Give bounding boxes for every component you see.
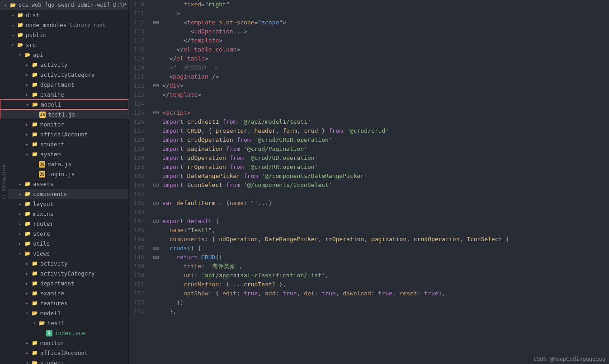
views-folder-icon (24, 250, 32, 257)
indexvue-icon: V (45, 329, 53, 337)
department-arrow (24, 82, 31, 87)
file-explorer[interactable]: scs_web [go-sword-admin-web] D:\P dist n… (0, 0, 129, 364)
tree-item-mixins[interactable]: mixins (0, 209, 128, 219)
code-line-134: 134 (129, 190, 609, 199)
tree-item-test1js[interactable]: JS test1.js (0, 109, 128, 119)
tree-item-store[interactable]: store (0, 229, 128, 238)
tree-item-officalaccount[interactable]: officalAccount (0, 129, 128, 139)
root-label: scs_web [go-sword-admin-web] D:\P (19, 2, 126, 8)
tree-item-public[interactable]: public (0, 30, 128, 40)
code-line-130: 130 import udOperation from '@crud/UD.op… (129, 154, 609, 163)
department-label: department (40, 81, 74, 88)
tree-item-monitor[interactable]: monitor (0, 119, 128, 129)
tree-item-utils[interactable]: utils (0, 238, 128, 248)
utils-folder-icon (24, 240, 32, 247)
activity-api-arrow (24, 62, 31, 67)
public-label: public (26, 32, 46, 38)
tree-item-examine-views[interactable]: examine (0, 288, 128, 298)
src-label: src (26, 42, 36, 48)
code-line-154: 154 }, (129, 307, 609, 316)
code-line-129: 129 import pagination from '@crud/Pagina… (129, 145, 609, 154)
department-views-label: department (40, 280, 74, 287)
officalaccount-folder-icon (31, 131, 39, 137)
model1-views-label: model1 (40, 310, 61, 317)
examine-views-folder-icon (31, 290, 39, 296)
code-editor[interactable]: 110 fixed="right" 111 > 112 ⊟ <template … (129, 0, 609, 364)
tree-item-views[interactable]: views (0, 248, 128, 258)
student-views-arrow (24, 360, 31, 364)
components-label: components (33, 191, 67, 197)
tree-item-node-modules[interactable]: node_modules library root (0, 20, 128, 30)
code-line-123: 123 </template> (129, 90, 609, 99)
tree-item-features[interactable]: features (0, 298, 128, 308)
router-folder-icon (24, 220, 32, 227)
layout-folder-icon (24, 201, 32, 207)
code-line-113: 113 <udOperation...> (129, 27, 609, 36)
tree-item-src[interactable]: src (0, 40, 128, 50)
tree-item-activity-api[interactable]: activity (0, 60, 128, 70)
utils-label: utils (33, 240, 50, 247)
student-arrow (24, 142, 31, 147)
code-line-152: 152 optShow: { edit: true, add: true, de… (129, 289, 609, 298)
code-line-119: 119 </el-table> (129, 54, 609, 63)
tree-item-student[interactable]: student (0, 139, 128, 149)
tree-item-model1[interactable]: model1 (0, 99, 128, 109)
mixins-label: mixins (33, 210, 53, 217)
assets-arrow (16, 182, 24, 187)
student-views-label: student (40, 359, 64, 364)
tree-item-router[interactable]: router (0, 219, 128, 229)
tree-item-department[interactable]: department (0, 79, 128, 89)
system-label: system (40, 151, 61, 158)
editor-content[interactable]: 110 fixed="right" 111 > 112 ⊟ <template … (129, 0, 609, 364)
node-modules-arrow (9, 23, 16, 28)
code-line-148: 148 ⊟ return CRUD({ (129, 253, 609, 262)
examine-folder-icon (31, 91, 39, 98)
officalaccount-arrow (24, 132, 31, 137)
src-arrow (9, 42, 16, 47)
code-line-124: 124 (129, 99, 609, 108)
officalaccount-views-label: officalAccount (40, 350, 88, 356)
tree-root[interactable]: scs_web [go-sword-admin-web] D:\P (0, 0, 128, 10)
mixins-arrow (16, 211, 24, 216)
tree-item-api[interactable]: api (0, 50, 128, 60)
tree-item-model1-views[interactable]: model1 (0, 308, 128, 318)
monitor-views-arrow (24, 341, 31, 345)
loginjs-label: login.js (47, 171, 75, 177)
code-line-144: 144 ⊟ export default { (129, 217, 609, 226)
datajs-icon: JS (38, 160, 46, 168)
utils-arrow (16, 241, 24, 246)
code-line-121: 121 <pagination /> (129, 72, 609, 81)
tree-item-layout[interactable]: layout (0, 199, 128, 209)
tree-item-student-views[interactable]: student (0, 358, 128, 364)
tree-item-datajs[interactable]: JS data.js (0, 159, 128, 169)
mixins-folder-icon (24, 210, 32, 217)
tree-item-monitor-views[interactable]: monitor (0, 338, 128, 348)
router-arrow (16, 221, 24, 226)
tree-item-examine[interactable]: examine (0, 89, 128, 99)
system-arrow (24, 152, 31, 157)
tree-item-loginjs[interactable]: JS login.js (0, 169, 128, 179)
root-folder-icon (9, 2, 17, 8)
code-line-120: 120 <!--分页组件--> (129, 63, 609, 72)
tree-item-components[interactable]: components (0, 189, 128, 199)
components-folder-icon (24, 191, 32, 197)
model1-arrow (24, 102, 31, 107)
tree-item-activitycategory[interactable]: activityCategory (0, 70, 128, 79)
components-arrow (16, 191, 24, 196)
code-line-150: 150 url: 'api/appraisal-classification/l… (129, 271, 609, 280)
tree-item-activity-views[interactable]: activity (0, 258, 128, 268)
tree-item-indexvue[interactable]: V index.vue (0, 328, 128, 338)
layout-label: layout (33, 201, 53, 207)
tree-item-department-views[interactable]: department (0, 278, 128, 288)
tree-item-assets[interactable]: assets (0, 179, 128, 189)
tree-item-activitycategory-views[interactable]: activityCategory (0, 268, 128, 278)
store-label: store (33, 230, 50, 237)
tree-item-officalaccount-views[interactable]: officalAccount (0, 348, 128, 358)
node-modules-label: node_modules (26, 22, 66, 28)
tree-item-test1-views[interactable]: test1 (0, 318, 128, 328)
activitycategory-views-folder-icon (31, 270, 39, 276)
tree-item-system[interactable]: system (0, 149, 128, 159)
tree-item-dist[interactable]: dist (0, 10, 128, 20)
assets-label: assets (33, 181, 53, 187)
code-line-110: 110 fixed="right" (129, 0, 609, 9)
